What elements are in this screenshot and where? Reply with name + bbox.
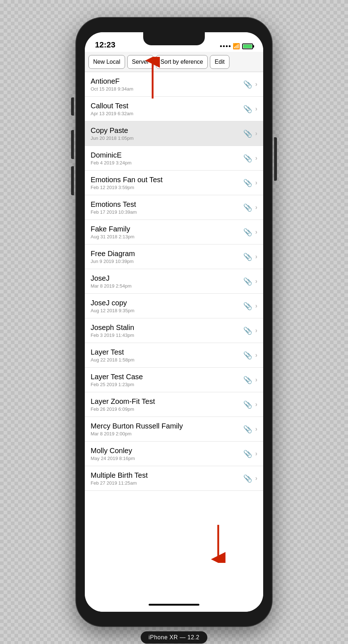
edit-button[interactable]: Edit: [210, 55, 229, 69]
list-container[interactable]: AntioneF Oct 15 2018 9:34am 📎 › Callout …: [85, 72, 263, 597]
list-item[interactable]: Callout Test Apr 13 2019 6:32am 📎 ›: [85, 97, 263, 121]
list-item[interactable]: Emotions Test Feb 17 2019 10:39am 📎 ›: [85, 195, 263, 220]
list-item-date: Aug 22 2018 1:58pm: [91, 357, 243, 363]
list-item-right: 📎 ›: [243, 326, 257, 335]
list-item-date: Mar 8 2019 2:54pm: [91, 283, 243, 289]
list-item-right: 📎 ›: [243, 474, 257, 483]
list-item-date: Aug 12 2018 9:35pm: [91, 308, 243, 313]
list-item-date: Feb 12 2019 3:59pm: [91, 185, 243, 190]
server-button[interactable]: Server: [127, 55, 154, 69]
paperclip-icon: 📎: [243, 228, 252, 237]
list-item-date: Mar 8 2019 2:00pm: [91, 431, 243, 436]
list-item-date: Jun 9 2019 10:39pm: [91, 259, 243, 264]
list-item-left: Copy Paste Jun 20 2018 1:05pm: [91, 126, 243, 141]
paperclip-icon: 📎: [243, 179, 252, 187]
list-item[interactable]: Free Diagram Jun 9 2019 10:39pm 📎 ›: [85, 244, 263, 269]
list-item-right: 📎 ›: [243, 154, 257, 163]
volume-down-button: [71, 166, 74, 195]
toolbar: New Local Server Sort by eference Edit: [85, 52, 263, 72]
list-item-left: JoseJ Mar 8 2019 2:54pm: [91, 274, 243, 289]
list-item-title: Multiple Birth Test: [91, 471, 243, 480]
list-item-title: Layer Zoom-Fit Test: [91, 397, 243, 406]
list-item-date: May 24 2019 8:16pm: [91, 456, 243, 461]
power-button: [274, 137, 277, 181]
volume-up-button: [71, 130, 74, 159]
new-local-button[interactable]: New Local: [88, 55, 125, 69]
chevron-right-icon: ›: [255, 474, 257, 482]
sort-by-button[interactable]: Sort by eference: [156, 55, 208, 69]
chevron-right-icon: ›: [255, 253, 257, 260]
list-item[interactable]: DominicE Feb 4 2019 3:24pm 📎 ›: [85, 146, 263, 171]
list-item[interactable]: Layer Test Case Feb 25 2019 1:23pm 📎 ›: [85, 368, 263, 392]
list-item-right: 📎 ›: [243, 179, 257, 187]
list-item-title: Mercy Burton Russell Family: [91, 422, 243, 430]
chevron-right-icon: ›: [255, 130, 257, 137]
list-item-date: Oct 15 2018 9:34am: [91, 86, 243, 92]
paperclip-icon: 📎: [243, 474, 252, 483]
paperclip-icon: 📎: [243, 376, 252, 384]
list-item-left: Layer Test Case Feb 25 2019 1:23pm: [91, 373, 243, 387]
list-item-left: Multiple Birth Test Feb 27 2019 11:25am: [91, 471, 243, 486]
list-item[interactable]: Emotions Fan out Test Feb 12 2019 3:59pm…: [85, 171, 263, 195]
list-item-date: Feb 26 2019 6:09pm: [91, 406, 243, 412]
list-item[interactable]: Layer Zoom-Fit Test Feb 26 2019 6:09pm 📎…: [85, 392, 263, 417]
chevron-right-icon: ›: [255, 302, 257, 310]
list-item-right: 📎 ›: [243, 228, 257, 237]
phone-frame: 12:23 📶 New Local Serve: [76, 18, 272, 626]
list-item[interactable]: Layer Test Aug 22 2018 1:58pm 📎 ›: [85, 343, 263, 368]
status-time: 12:23: [95, 40, 115, 50]
list-item-title: AntioneF: [91, 77, 243, 85]
list-item-title: DominicE: [91, 151, 243, 159]
list-item[interactable]: AntioneF Oct 15 2018 9:34am 📎 ›: [85, 72, 263, 97]
chevron-right-icon: ›: [255, 401, 257, 408]
chevron-right-icon: ›: [255, 327, 257, 334]
list-item-right: 📎 ›: [243, 129, 257, 138]
chevron-right-icon: ›: [255, 450, 257, 457]
list-item[interactable]: JoseJ copy Aug 12 2018 9:35pm 📎 ›: [85, 294, 263, 318]
list-item-left: Fake Family Aug 31 2018 2:13pm: [91, 225, 243, 239]
status-icons: 📶: [220, 43, 253, 50]
list-item-right: 📎 ›: [243, 302, 257, 310]
list-item-right: 📎 ›: [243, 351, 257, 360]
list-item-date: Feb 27 2019 11:25am: [91, 480, 243, 486]
list-item-title: JoseJ copy: [91, 299, 243, 307]
list-item-left: Free Diagram Jun 9 2019 10:39pm: [91, 250, 243, 264]
chevron-right-icon: ›: [255, 154, 257, 162]
list-item-title: Layer Test Case: [91, 373, 243, 381]
paperclip-icon: 📎: [243, 154, 252, 163]
chevron-right-icon: ›: [255, 228, 257, 236]
list-item-left: Emotions Fan out Test Feb 12 2019 3:59pm: [91, 176, 243, 190]
mute-button: [71, 97, 74, 116]
list-item[interactable]: Mercy Burton Russell Family Mar 8 2019 2…: [85, 417, 263, 442]
list-item-title: Layer Test: [91, 348, 243, 356]
paperclip-icon: 📎: [243, 449, 252, 458]
wifi-icon: 📶: [233, 43, 240, 50]
list-item-date: Feb 17 2019 10:39am: [91, 209, 243, 215]
list-item[interactable]: Molly Conley May 24 2019 8:16pm 📎 ›: [85, 442, 263, 466]
list-item-right: 📎 ›: [243, 105, 257, 113]
paperclip-icon: 📎: [243, 203, 252, 212]
chevron-right-icon: ›: [255, 80, 257, 88]
list-item-right: 📎 ›: [243, 449, 257, 458]
list-item-date: Feb 25 2019 1:23pm: [91, 382, 243, 387]
list-item-left: DominicE Feb 4 2019 3:24pm: [91, 151, 243, 166]
list-item-left: Emotions Test Feb 17 2019 10:39am: [91, 200, 243, 215]
list-item-right: 📎 ›: [243, 203, 257, 212]
list-item[interactable]: Multiple Birth Test Feb 27 2019 11:25am …: [85, 466, 263, 491]
signal-icon: [220, 45, 231, 47]
list-item-title: Callout Test: [91, 102, 243, 110]
list-item-left: Layer Zoom-Fit Test Feb 26 2019 6:09pm: [91, 397, 243, 412]
list-item[interactable]: Joseph Stalin Feb 3 2019 11:43pm 📎 ›: [85, 318, 263, 343]
phone-screen: 12:23 📶 New Local Serve: [85, 32, 263, 612]
chevron-right-icon: ›: [255, 351, 257, 359]
list-item[interactable]: Copy Paste Jun 20 2018 1:05pm 📎 ›: [85, 121, 263, 146]
list-item-right: 📎 ›: [243, 376, 257, 384]
paperclip-icon: 📎: [243, 425, 252, 434]
paperclip-icon: 📎: [243, 105, 252, 113]
list-item-left: Callout Test Apr 13 2019 6:32am: [91, 102, 243, 116]
list-item[interactable]: Fake Family Aug 31 2018 2:13pm 📎 ›: [85, 220, 263, 244]
list-item[interactable]: JoseJ Mar 8 2019 2:54pm 📎 ›: [85, 269, 263, 294]
list-item-title: Emotions Test: [91, 200, 243, 209]
list-item-left: Layer Test Aug 22 2018 1:58pm: [91, 348, 243, 363]
paperclip-icon: 📎: [243, 129, 252, 138]
